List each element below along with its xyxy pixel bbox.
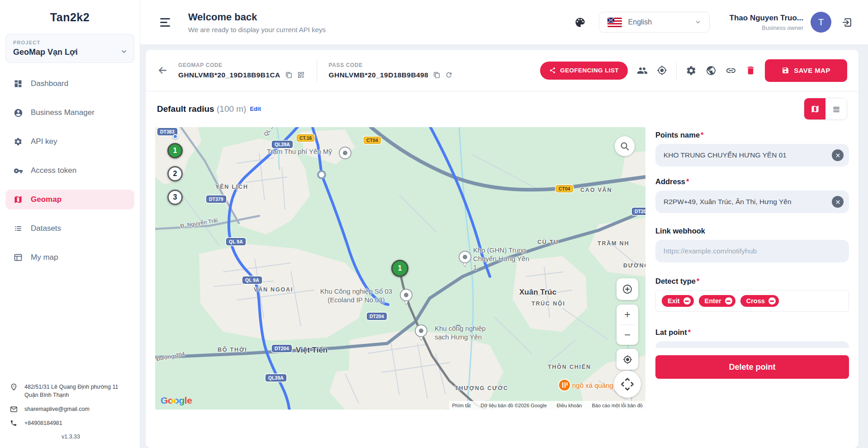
road-badge: QL39A — [272, 141, 293, 148]
road-badge: DT204 — [272, 345, 292, 352]
pass-code-label: PASS CODE — [329, 62, 453, 68]
map-label: THƯỢNG CƯỚC — [455, 385, 508, 391]
my-location-button[interactable] — [617, 349, 638, 370]
map-label: TRẦM NH — [598, 240, 629, 247]
sidebar-item-business-manager[interactable]: Business Manager — [5, 103, 134, 123]
divider — [317, 59, 317, 82]
my-location-icon — [623, 355, 632, 364]
share-users-icon[interactable] — [637, 65, 648, 76]
map-toolbar: GEOMAP CODE GHNLVMB*20_19D18B9B1CA PASS … — [146, 50, 859, 91]
language-label: English — [628, 18, 688, 26]
sidebar-item-access-token[interactable]: Access token — [5, 161, 134, 181]
avatar[interactable]: T — [811, 12, 831, 33]
detect-chip-enter[interactable]: Enter — [699, 295, 735, 307]
remove-icon[interactable] — [683, 297, 691, 305]
selected-map-marker[interactable]: 1 — [391, 260, 408, 277]
link-icon[interactable] — [726, 65, 736, 76]
lat-point-input[interactable] — [655, 341, 849, 348]
content-card: GEOMAP CODE GHNLVMB*20_19D18B9B1CA PASS … — [146, 50, 859, 448]
globe-icon[interactable] — [706, 65, 716, 76]
zoom-in-button[interactable]: + — [617, 305, 638, 324]
settings-gear-icon[interactable] — [686, 65, 697, 76]
pan-control-button[interactable] — [614, 371, 641, 398]
webhook-label: Link webhook — [655, 227, 849, 235]
save-map-button[interactable]: SAVE MAP — [765, 59, 847, 82]
sidebar-item-label: Datasets — [31, 224, 61, 233]
hamburger-menu-icon[interactable] — [160, 18, 172, 27]
road-badge: CT04 — [364, 137, 381, 144]
qr-code-icon[interactable] — [297, 71, 305, 79]
detect-chip-exit[interactable]: Exit — [662, 295, 694, 307]
road-badge: DT20 — [632, 208, 645, 215]
road-badge: CT04 — [556, 185, 573, 192]
radius-label: Default radius — [157, 104, 214, 114]
sidebar-item-api-key[interactable]: API key — [5, 132, 134, 152]
detect-chip-cross[interactable]: Cross — [740, 295, 779, 307]
sidebar-item-dashboard[interactable]: Dashboard — [5, 74, 134, 94]
language-selector[interactable]: English — [599, 12, 710, 33]
theme-palette-icon[interactable] — [574, 16, 586, 29]
point-form: Points name* Address* Link webhook — [655, 127, 849, 410]
location-pin-icon — [10, 383, 18, 391]
sidebar-item-datasets[interactable]: Datasets — [5, 219, 134, 238]
refresh-icon[interactable] — [445, 71, 453, 79]
zoom-out-button[interactable]: − — [617, 325, 638, 345]
map-attribution: Phím tắt Dữ liệu bản đồ ©2026 Google Điề… — [449, 401, 645, 410]
search-icon — [620, 141, 630, 151]
point-marker-2[interactable]: 2 — [167, 166, 183, 181]
share-icon — [549, 67, 556, 74]
webhook-input[interactable] — [655, 240, 849, 262]
list-icon — [13, 224, 23, 234]
attribution-report[interactable]: Báo cáo một lỗi bản đồ — [592, 403, 643, 408]
clear-icon[interactable] — [832, 149, 844, 161]
road-badge: CT.16 — [297, 134, 314, 142]
geofencing-list-button[interactable]: GEOFENCING LIST — [540, 62, 628, 80]
sidebar-item-label: API key — [31, 137, 57, 146]
contact-address-row: 482/51/31 Lê Quang Định phường 11 Quận B… — [10, 383, 132, 399]
trash-icon[interactable] — [745, 65, 756, 76]
add-point-button[interactable] — [617, 278, 638, 300]
map-view-button[interactable] — [804, 98, 825, 119]
copy-icon[interactable] — [433, 71, 441, 79]
map-label: THÔN CHIẾN — [548, 364, 591, 370]
logout-icon[interactable] — [841, 17, 853, 28]
back-arrow-icon[interactable] — [157, 65, 168, 76]
pass-code-value: GHNLVMB*20_19D18B9B498 — [329, 71, 428, 79]
toolbar-actions: GEOFENCING LIST SAVE MAP — [540, 59, 847, 82]
sidebar-item-label: Business Manager — [31, 108, 95, 117]
address-input[interactable] — [655, 191, 849, 213]
remove-icon[interactable] — [768, 297, 776, 305]
map-label: Xuân Trúc — [519, 288, 556, 297]
points-name-input[interactable] — [655, 144, 849, 167]
contact-email-row: sharemaplive@gmail.com — [10, 405, 132, 413]
contact-phone: +84908184981 — [24, 419, 62, 427]
google-map[interactable]: DT383 QL39A CT.16 CT04 CT04 DT379 QL 9A … — [155, 127, 645, 410]
detect-type-label: Detect type* — [655, 277, 849, 286]
road-badge: DT379 — [206, 195, 226, 203]
map-label: Việt Tiến — [296, 346, 327, 355]
point-marker-3[interactable]: 3 — [167, 190, 183, 205]
copy-icon[interactable] — [285, 71, 293, 79]
locate-icon[interactable] — [657, 65, 667, 76]
list-view-button[interactable] — [825, 98, 847, 119]
map-label: ĐƯỜNG T — [623, 262, 645, 269]
remove-icon[interactable] — [725, 297, 732, 305]
detect-type-box: Exit Enter Cross — [655, 290, 849, 312]
point-marker-1[interactable]: 1 — [167, 143, 183, 158]
sidebar-item-label: Access token — [31, 166, 76, 175]
map-label: CAO VÂN — [580, 187, 612, 193]
clear-icon[interactable] — [832, 196, 844, 208]
project-selector[interactable]: PROJECT GeoMap Vạn Lợi — [5, 34, 134, 63]
map-label: VĂN NGOẠI — [254, 286, 293, 293]
attribution-terms[interactable]: Điều khoản — [557, 403, 582, 408]
map-search-button[interactable] — [615, 136, 635, 156]
sidebar-nav: Dashboard Business Manager API key Acces… — [0, 74, 140, 276]
google-logo[interactable]: Google — [161, 395, 192, 406]
edit-radius-link[interactable]: Edit — [250, 105, 261, 112]
attribution-shortcuts[interactable]: Phím tắt — [452, 403, 470, 408]
sidebar-item-my-map[interactable]: My map — [5, 248, 134, 267]
user-info[interactable]: Thao Nguyen Truo... Business owner — [730, 14, 803, 31]
welcome-block: Welcome back We are ready to display you… — [188, 11, 326, 33]
sidebar-item-geomap[interactable]: Geomap — [5, 190, 134, 210]
delete-point-button[interactable]: Delete point — [655, 355, 849, 379]
